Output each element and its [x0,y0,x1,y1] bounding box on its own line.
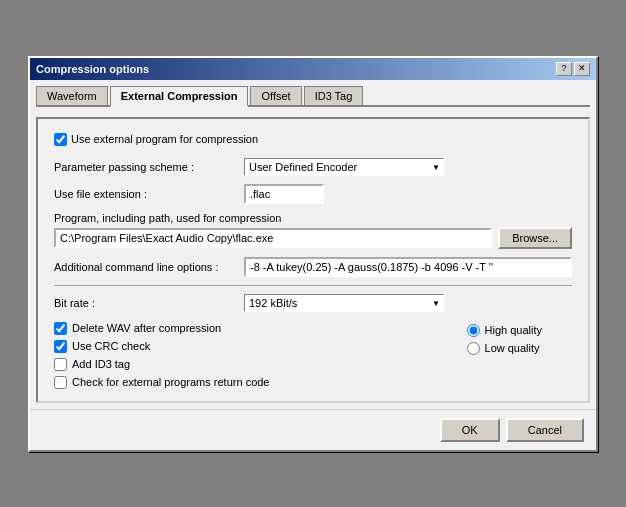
radio-column: High quality Low quality [467,322,572,389]
check-return-row: Check for external programs return code [54,376,269,389]
bitrate-row: Bit rate : 192 kBit/s [54,294,572,312]
parameter-scheme-select[interactable]: User Defined Encoder [244,158,444,176]
file-extension-input[interactable] [244,184,324,204]
additional-options-label: Additional command line options : [54,261,244,273]
compression-options-dialog: Compression options ? ✕ Waveform Externa… [28,56,598,452]
add-id3-row: Add ID3 tag [54,358,269,371]
parameter-scheme-label: Parameter passing scheme : [54,161,244,173]
tab-bar: Waveform External Compression Offset ID3… [36,86,590,107]
use-external-label: Use external program for compression [71,133,258,145]
use-crc-checkbox[interactable] [54,340,67,353]
title-bar-buttons: ? ✕ [556,62,590,76]
close-button[interactable]: ✕ [574,62,590,76]
add-id3-label: Add ID3 tag [72,358,130,370]
high-quality-row: High quality [467,324,542,337]
tab-content: Use external program for compression Par… [36,117,590,403]
delete-wav-row: Delete WAV after compression [54,322,269,335]
bitrate-label: Bit rate : [54,297,244,309]
program-path-section: Program, including path, used for compre… [54,212,572,249]
use-crc-row: Use CRC check [54,340,269,353]
checkbox-column: Delete WAV after compression Use CRC che… [54,322,269,389]
program-path-label: Program, including path, used for compre… [54,212,572,224]
program-path-input[interactable] [54,228,492,248]
dialog-title: Compression options [36,63,149,75]
delete-wav-label: Delete WAV after compression [72,322,221,334]
separator-1 [54,285,572,286]
use-crc-label: Use CRC check [72,340,150,352]
dialog-body: Waveform External Compression Offset ID3… [30,80,596,409]
use-external-checkbox[interactable] [54,133,67,146]
add-id3-checkbox[interactable] [54,358,67,371]
additional-options-row: Additional command line options : [54,257,572,277]
parameter-scheme-select-wrapper: User Defined Encoder [244,158,444,176]
tab-waveform[interactable]: Waveform [36,86,108,105]
additional-options-input[interactable] [244,257,572,277]
check-return-checkbox[interactable] [54,376,67,389]
cancel-button[interactable]: Cancel [506,418,584,442]
low-quality-row: Low quality [467,342,542,355]
file-extension-row: Use file extension : [54,184,572,204]
tab-id3tag[interactable]: ID3 Tag [304,86,364,105]
tab-external-compression[interactable]: External Compression [110,86,249,107]
delete-wav-checkbox[interactable] [54,322,67,335]
parameter-scheme-row: Parameter passing scheme : User Defined … [54,158,572,176]
browse-button[interactable]: Browse... [498,227,572,249]
low-quality-radio[interactable] [467,342,480,355]
program-path-row: Browse... [54,227,572,249]
ok-button[interactable]: OK [440,418,500,442]
check-return-label: Check for external programs return code [72,376,269,388]
tab-offset[interactable]: Offset [250,86,301,105]
bitrate-select-wrapper: 192 kBit/s [244,294,444,312]
dialog-footer: OK Cancel [30,409,596,450]
bitrate-select[interactable]: 192 kBit/s [244,294,444,312]
help-button[interactable]: ? [556,62,572,76]
title-bar: Compression options ? ✕ [30,58,596,80]
high-quality-radio[interactable] [467,324,480,337]
bottom-section: Delete WAV after compression Use CRC che… [54,322,572,389]
use-external-row: Use external program for compression [54,133,572,146]
high-quality-label: High quality [485,324,542,336]
file-extension-label: Use file extension : [54,188,244,200]
low-quality-label: Low quality [485,342,540,354]
